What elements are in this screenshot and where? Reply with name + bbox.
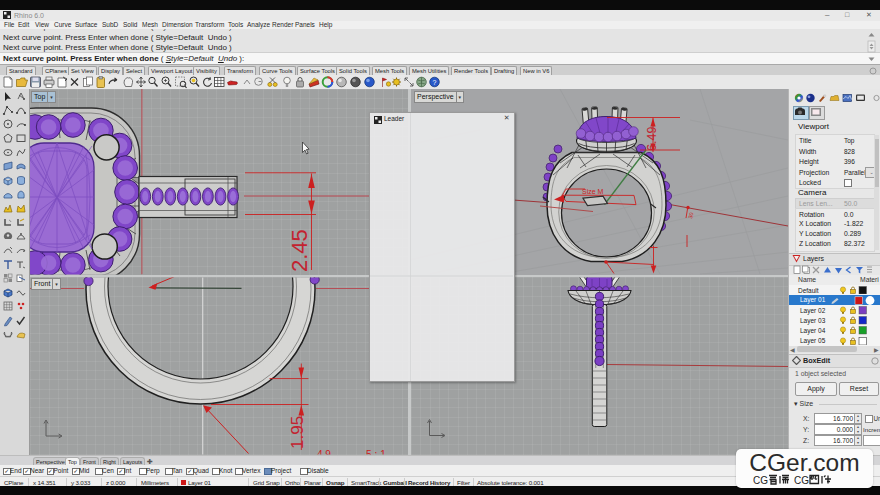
svg-text:1.95: 1.95: [288, 416, 307, 449]
svg-text:?: ?: [433, 79, 437, 86]
svg-text:2.45: 2.45: [287, 229, 312, 272]
svg-text:CG: CG: [794, 475, 809, 486]
svg-text:30: 30: [687, 212, 694, 219]
svg-text:CG: CG: [753, 475, 768, 486]
svg-text:Size M: Size M: [582, 188, 604, 195]
svg-text:6.49: 6.49: [645, 127, 659, 151]
